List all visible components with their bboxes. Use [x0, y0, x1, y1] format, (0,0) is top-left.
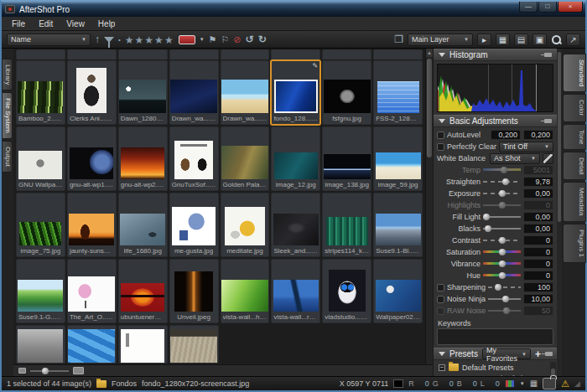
eyedropper-icon[interactable] — [543, 153, 553, 164]
thumbnail-cell[interactable]: Wallpaper02.jpg — [373, 259, 423, 323]
no-rating-icon[interactable]: • — [118, 36, 121, 44]
slider[interactable] — [483, 201, 521, 209]
thumbnail-cell[interactable]: Unveil.jpeg — [169, 259, 219, 323]
thumbnail-cell[interactable] — [322, 49, 371, 59]
slider-knob[interactable] — [499, 249, 506, 255]
slider[interactable] — [483, 260, 521, 268]
title-bar[interactable]: AfterShot Pro — □ × — [2, 2, 585, 17]
tint-select[interactable]: Tint Off ▼ — [499, 142, 553, 152]
slider-value[interactable]: 5001 — [523, 165, 553, 175]
thumbnail-cell[interactable]: FSS-2_1280.jpg — [373, 60, 423, 125]
minimize-button[interactable]: — — [519, 2, 538, 13]
chevron-down-icon[interactable]: ▼ — [520, 381, 525, 386]
color-label-swatch[interactable] — [179, 35, 195, 44]
thumbnail-cell[interactable] — [169, 325, 219, 364]
preset-item[interactable]: B&W - IR Simulation — [439, 373, 557, 376]
slider-knob[interactable] — [499, 237, 506, 244]
layer-select[interactable]: Main Layer ▼ — [408, 34, 473, 46]
thumbnail-cell[interactable]: gnu-alt-wp1.jpg — [67, 126, 117, 191]
slider[interactable] — [483, 166, 521, 174]
slider-value[interactable]: 0 — [523, 271, 553, 281]
thumbnail-cell[interactable]: vista-wall...r-dock.jpg — [271, 259, 320, 323]
slider-value[interactable]: 100 — [523, 282, 553, 292]
tab-tone[interactable]: Tone — [563, 124, 586, 150]
thumbnail-cell[interactable]: fsfgnu.jpg — [322, 60, 371, 125]
presets-scrollbar[interactable] — [550, 362, 556, 374]
menu-view[interactable]: View — [60, 18, 91, 29]
menu-edit[interactable]: Edit — [32, 18, 60, 29]
thumbnail-cell[interactable]: life_1680.jpg — [118, 193, 168, 257]
thumbnail-cell[interactable] — [16, 49, 65, 59]
slider-knob[interactable] — [502, 296, 509, 302]
slider-value[interactable]: 0 — [523, 235, 553, 245]
sort-ascending-icon[interactable]: ↑ — [95, 34, 100, 45]
collapse-icon[interactable] — [439, 53, 445, 57]
slider-value[interactable]: 10,00 — [523, 294, 553, 304]
thumbnail-cell[interactable]: Dawn_1280x960.jpg — [118, 60, 168, 125]
layers-icon[interactable]: ❐ — [394, 34, 403, 45]
tab-color[interactable]: Color — [563, 94, 586, 121]
thumbnail-cell[interactable]: stripes114_kde.jpg — [322, 193, 371, 257]
slider[interactable] — [483, 271, 521, 280]
slider-knob[interactable] — [495, 284, 501, 291]
slider-knob[interactable] — [499, 272, 506, 279]
slider[interactable] — [483, 213, 521, 221]
slider[interactable] — [488, 307, 521, 315]
grid-scrollbar[interactable]: ▲ — [425, 49, 433, 364]
thumbnail-cell[interactable]: me-gusta.jpg — [169, 193, 219, 257]
slider[interactable] — [483, 189, 521, 198]
browse-view-button[interactable]: ▤ — [514, 34, 528, 46]
magnifier-icon[interactable] — [551, 34, 562, 45]
slider[interactable] — [488, 283, 521, 291]
star-icon[interactable]: ★ — [154, 34, 164, 46]
scroll-up-icon[interactable]: ▲ — [426, 49, 433, 57]
collapse-icon[interactable] — [439, 119, 445, 123]
slider-knob[interactable] — [499, 202, 506, 209]
lock-button[interactable] — [543, 378, 556, 389]
slider-value[interactable]: 0,00 — [523, 212, 553, 222]
slider-knob[interactable] — [485, 225, 491, 232]
basic-adjustments-header[interactable]: Basic Adjustments — [434, 115, 557, 127]
thumbnail-cell[interactable]: image_59.jpg — [373, 126, 423, 191]
fullscreen-button[interactable]: ↗ — [566, 34, 580, 46]
checkbox[interactable] — [437, 307, 444, 315]
color-management-icon[interactable] — [505, 379, 515, 388]
proofing-icon[interactable]: ▦ — [530, 379, 538, 389]
collapse-icon[interactable] — [439, 352, 445, 356]
close-button[interactable]: × — [558, 2, 583, 13]
thumbnail-cell[interactable] — [118, 325, 168, 364]
thumbnail-cell[interactable]: jaunty-sunset.jpg — [67, 193, 117, 257]
tab-standard[interactable]: Standard — [563, 54, 586, 92]
slider[interactable] — [483, 248, 521, 256]
slider-value[interactable]: 0,00 — [523, 188, 553, 199]
thumbnail-cell[interactable]: Sleek_and...nkahn.jpg — [271, 193, 320, 257]
thumbnail-cell[interactable]: The_Art_O...eFear.jpg — [67, 259, 117, 323]
slider-knob[interactable] — [502, 178, 509, 185]
slider-value[interactable]: 0,00 — [523, 224, 553, 234]
rotate-left-icon[interactable]: ↺ — [246, 34, 254, 45]
thumbnail-view-button[interactable]: ▦ — [496, 34, 510, 46]
tab-detail[interactable]: Detail — [563, 152, 586, 180]
thumbnail-cell[interactable]: image_12.jpg — [271, 126, 320, 191]
thumbnail-cell[interactable]: gnu-alt-wp2.jpg — [118, 126, 168, 191]
thumbnail-cell[interactable] — [67, 325, 117, 364]
maximize-button[interactable]: □ — [538, 2, 557, 13]
flag-unflagged-icon[interactable]: ⚐ — [221, 34, 229, 45]
slider-value[interactable]: 50 — [523, 306, 553, 316]
perfectly-clear-checkbox[interactable] — [437, 143, 444, 151]
menu-help[interactable]: Help — [91, 18, 122, 29]
slider-value[interactable]: 0 — [523, 259, 553, 269]
autolevel-checkbox[interactable] — [437, 132, 444, 139]
thumbnail-cell[interactable] — [373, 49, 423, 59]
thumbnail-cell[interactable]: Clerks Ani...Figure.jpg — [67, 60, 117, 125]
star-icon[interactable]: ★ — [135, 34, 145, 46]
menu-file[interactable]: File — [5, 18, 32, 29]
slider-knob[interactable] — [499, 260, 506, 267]
warning-icon[interactable]: ⚠ — [561, 379, 569, 389]
pin-icon[interactable] — [545, 352, 553, 356]
slider-value[interactable]: 9,78 — [523, 177, 553, 187]
slider-value[interactable]: 0 — [523, 247, 553, 257]
thumbnail-cell[interactable] — [16, 325, 65, 364]
thumbnail-cell[interactable]: GnuTuxSof...on-v1.jpg — [169, 126, 219, 191]
slider-knob[interactable] — [501, 167, 507, 173]
